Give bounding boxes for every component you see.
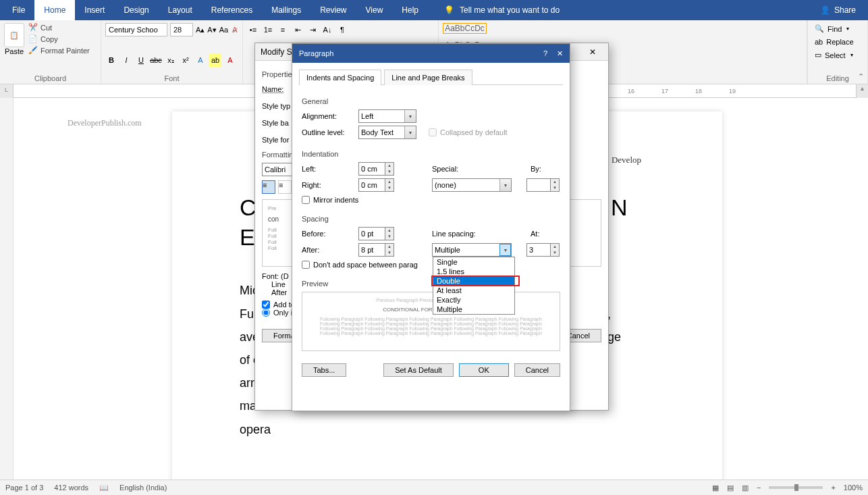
special-combo[interactable]: (none)▾	[432, 178, 512, 192]
zoom-slider[interactable]	[769, 486, 823, 489]
status-language[interactable]: English (India)	[119, 484, 167, 492]
spin-up-icon[interactable]: ▲	[385, 244, 394, 250]
by-spinbox[interactable]: ▲▼	[526, 178, 560, 192]
spellcheck-icon[interactable]: 📖	[99, 484, 109, 492]
tabs-button[interactable]: Tabs...	[302, 363, 346, 377]
zoom-slider-thumb[interactable]	[794, 484, 798, 491]
outline-combo[interactable]: Body Text▾	[358, 126, 416, 139]
at-spinbox[interactable]: ▲▼	[526, 243, 560, 257]
copy-button[interactable]: 📄Copy	[28, 34, 90, 43]
set-as-default-button[interactable]: Set As Default	[383, 363, 454, 377]
tab-insert[interactable]: Insert	[75, 0, 114, 20]
line-spacing-combo[interactable]: Multiple ▾ Single 1.5 lines Double At le…	[432, 243, 512, 257]
shrink-font-button[interactable]: A▾	[207, 23, 216, 36]
subscript-button[interactable]: x₂	[165, 53, 177, 67]
spin-up-icon[interactable]: ▲	[385, 228, 394, 234]
text-effects-button[interactable]: A	[194, 53, 207, 67]
spin-up-icon[interactable]: ▲	[551, 179, 559, 185]
font-name-combo[interactable]	[105, 23, 167, 36]
only-in-doc-radio[interactable]	[262, 309, 270, 317]
numbering-button[interactable]: 1≡	[262, 23, 274, 36]
zoom-level[interactable]: 100%	[844, 484, 863, 492]
by-input[interactable]	[526, 178, 551, 192]
status-page[interactable]: Page 1 of 3	[5, 484, 43, 492]
replace-button[interactable]: abReplace	[812, 36, 863, 47]
decrease-indent-button[interactable]: ⇤	[292, 23, 304, 36]
spin-down-icon[interactable]: ▼	[551, 185, 559, 191]
indent-right-input[interactable]	[358, 178, 385, 192]
tab-line-page-breaks[interactable]: Line and Page Breaks	[384, 70, 472, 85]
tab-home[interactable]: Home	[34, 0, 75, 20]
tab-mailings[interactable]: Mailings	[262, 0, 310, 20]
increase-indent-button[interactable]: ⇥	[306, 23, 319, 36]
font-size-combo[interactable]	[170, 23, 193, 36]
web-layout-button[interactable]: ▥	[742, 484, 749, 492]
find-button[interactable]: 🔍Find▾	[812, 23, 863, 34]
grow-font-button[interactable]: A▴	[196, 23, 205, 36]
indent-right-spinbox[interactable]: ▲▼	[358, 178, 394, 192]
indent-left-input[interactable]	[358, 162, 385, 176]
spin-down-icon[interactable]: ▼	[385, 185, 394, 191]
show-marks-button[interactable]: ¶	[336, 23, 348, 36]
tab-file[interactable]: File	[3, 0, 34, 20]
clear-format-button[interactable]: A̷	[231, 23, 238, 36]
print-layout-button[interactable]: ▤	[727, 484, 734, 492]
tab-view[interactable]: View	[356, 0, 393, 20]
line-spacing-option-single[interactable]: Single	[433, 257, 514, 267]
alignment-combo[interactable]: Left▾	[358, 109, 416, 123]
zoom-in-button[interactable]: +	[831, 484, 835, 492]
close-button[interactable]: ✕	[582, 47, 603, 57]
tab-design[interactable]: Design	[114, 0, 158, 20]
spacing-after-input[interactable]	[358, 243, 385, 257]
line-spacing-option-exactly[interactable]: Exactly	[433, 295, 514, 305]
spin-up-icon[interactable]: ▲	[551, 244, 559, 250]
tab-layout[interactable]: Layout	[159, 0, 202, 20]
spacing-before-input[interactable]	[358, 227, 385, 240]
share-button[interactable]: 👤 Share	[813, 0, 863, 20]
multilevel-button[interactable]: ≡	[277, 23, 289, 36]
line-spacing-option-at-least[interactable]: At least	[433, 286, 514, 295]
ok-button[interactable]: OK	[459, 363, 509, 377]
bullets-button[interactable]: •≡	[247, 23, 259, 36]
align-center-button[interactable]: ≡	[278, 180, 292, 194]
paste-button[interactable]: 📋 Paste	[4, 23, 24, 55]
spacing-after-spinbox[interactable]: ▲▼	[358, 243, 394, 257]
spin-down-icon[interactable]: ▼	[385, 169, 394, 175]
spin-down-icon[interactable]: ▼	[385, 250, 394, 256]
ruler-scroll-up[interactable]: ▴	[856, 84, 868, 98]
format-painter-button[interactable]: 🖌️Format Painter	[28, 46, 90, 55]
select-button[interactable]: ▭Select▾	[812, 49, 863, 61]
tab-references[interactable]: References	[202, 0, 262, 20]
spin-down-icon[interactable]: ▼	[551, 250, 559, 256]
status-words[interactable]: 412 words	[54, 484, 88, 492]
spin-up-icon[interactable]: ▲	[385, 179, 394, 185]
underline-button[interactable]: U	[135, 53, 147, 67]
line-spacing-option-multiple[interactable]: Multiple	[433, 305, 514, 314]
collapse-ribbon-button[interactable]: ⌃	[858, 72, 864, 81]
change-case-button[interactable]: Aa	[219, 23, 228, 36]
bold-button[interactable]: B	[105, 53, 117, 67]
italic-button[interactable]: I	[120, 53, 132, 67]
paragraph-dialog-title-bar[interactable]: Paragraph ? ✕	[292, 44, 570, 63]
sort-button[interactable]: A↓	[321, 23, 333, 36]
vertical-ruler[interactable]	[0, 98, 13, 479]
line-spacing-option-double[interactable]: Double	[433, 276, 514, 286]
align-left-button[interactable]: ≡	[262, 180, 275, 194]
tab-indents-spacing[interactable]: Indents and Spacing	[299, 70, 381, 85]
help-icon[interactable]: ?	[543, 49, 547, 58]
add-to-gallery-checkbox[interactable]	[262, 301, 270, 309]
cancel-button[interactable]: Cancel	[514, 363, 560, 377]
spin-down-icon[interactable]: ▼	[385, 234, 394, 240]
spacing-before-spinbox[interactable]: ▲▼	[358, 227, 394, 240]
tab-help[interactable]: Help	[392, 0, 428, 20]
read-mode-button[interactable]: ▦	[712, 484, 719, 492]
style-normal[interactable]: AaBbCcDc	[443, 23, 487, 34]
superscript-button[interactable]: x²	[180, 53, 192, 67]
dont-add-space-checkbox[interactable]	[302, 261, 310, 269]
zoom-out-button[interactable]: −	[757, 484, 761, 492]
close-icon[interactable]: ✕	[557, 49, 563, 58]
at-input[interactable]	[526, 243, 551, 257]
tell-me-search[interactable]: 💡 Tell me what you want to do	[435, 0, 569, 20]
mirror-indents-checkbox[interactable]	[302, 196, 310, 204]
line-spacing-option-1-5[interactable]: 1.5 lines	[433, 267, 514, 276]
